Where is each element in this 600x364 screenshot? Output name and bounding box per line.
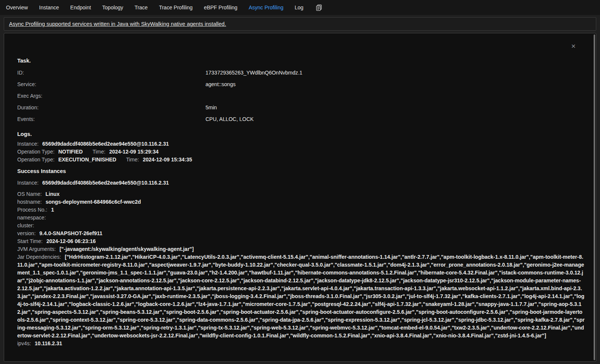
attr-start-time: Start Time:2024-12-06 06:23:16: [17, 237, 585, 245]
attr-label: Start Time:: [17, 238, 43, 244]
tab-trace[interactable]: Trace: [135, 0, 148, 15]
logs-instance-row: Instance:6569d9dadcdf4086b5e6ed2eae94e55…: [17, 140, 585, 148]
attr-hostname: hostname:songs-deployment-684966c6cf-wwc…: [17, 198, 585, 206]
tab-topology[interactable]: Topology: [102, 0, 123, 15]
task-row-duration: Duration: 5min: [17, 104, 585, 112]
attr-value: ["-javaagent:/skywalking/agent/skywalkin…: [60, 246, 194, 252]
attr-cluster: cluster:: [17, 222, 585, 230]
attr-label: ipv4s:: [17, 340, 31, 346]
panel-content: Task. ID: 1733729365263_YWdlbnQ6OnNvbmdz…: [4, 33, 596, 348]
top-nav: Overview Instance Endpoint Topology Trac…: [0, 0, 600, 15]
logs-operation-row: Operation Type:NOTIFIEDTime:2024-12-09 1…: [17, 148, 585, 156]
task-detail-panel: × Task. ID: 1733729365263_YWdlbnQ6OnNvbm…: [4, 33, 596, 362]
attr-namespace: namespace:: [17, 214, 585, 222]
tab-async-profiling[interactable]: Async Profiling: [249, 0, 284, 15]
attr-label: version:: [17, 230, 36, 236]
success-instance-value: 6569d9dadcdf4086b5e6ed2eae94e550@10.116.…: [42, 180, 169, 186]
attr-value: 10.116.2.31: [35, 340, 62, 346]
attr-version: version:9.4.0-SNAPSHOT-26ef911: [17, 230, 585, 237]
attr-label: cluster:: [17, 222, 34, 228]
copy-document-icon[interactable]: [315, 4, 322, 11]
task-row-exec-args: Exec Args:: [17, 92, 585, 100]
success-instance-row: Instance:6569d9dadcdf4086b5e6ed2eae94e55…: [17, 179, 585, 187]
task-exec-args-label: Exec Args:: [17, 92, 206, 100]
attr-label: Jar Dependencies:: [17, 254, 61, 260]
scrollbar[interactable]: [594, 34, 595, 360]
attr-label: namespace:: [17, 215, 46, 221]
operation-time-label: Time:: [126, 157, 139, 163]
logs-operation-row: Operation Type:EXECUTION_FINISHEDTime:20…: [17, 156, 585, 164]
attr-value: 1: [51, 207, 54, 213]
task-duration-label: Duration:: [17, 104, 206, 112]
close-icon[interactable]: ×: [571, 42, 576, 50]
attr-value: Linux: [45, 191, 59, 197]
attr-process-no: Process No.:1: [17, 206, 585, 214]
task-row-service: Service: agent::songs: [17, 81, 585, 88]
tab-endpoint[interactable]: Endpoint: [70, 0, 91, 15]
attr-ipv4s: ipv4s:10.116.2.31: [17, 340, 585, 348]
banner-strip: Async Profiling supported services writt…: [0, 15, 600, 33]
attr-value: songs-deployment-684966c6cf-wwc2d: [45, 199, 141, 205]
attr-label: Process No.:: [17, 207, 47, 213]
task-service-label: Service:: [17, 81, 206, 88]
logs-instance-label: Instance:: [17, 141, 39, 147]
tab-overview[interactable]: Overview: [6, 0, 28, 15]
attr-jvm-arguments: JVM Arguments:["-javaagent:/skywalking/a…: [17, 245, 585, 253]
tab-ebpf-profiling[interactable]: eBPF Profiling: [204, 0, 237, 15]
task-row-id: ID: 1733729365263_YWdlbnQ6OnNvbmdz.1: [17, 69, 585, 77]
attr-value: 2024-12-06 06:23:16: [46, 238, 96, 244]
operation-type-value: EXECUTION_FINISHED: [58, 157, 116, 163]
task-duration-value: 5min: [206, 104, 585, 112]
task-exec-args-value: [206, 92, 585, 100]
attr-label: hostname:: [17, 199, 42, 205]
attr-jar-dependencies: Jar Dependencies:["HdrHistogram-2.1.12.j…: [17, 253, 585, 340]
operation-time-label: Time:: [93, 149, 105, 155]
task-row-events: Events: CPU, ALLOC, LOCK: [17, 115, 585, 123]
supported-services-link[interactable]: Async Profiling supported services writt…: [9, 21, 226, 27]
task-id-value: 1733729365263_YWdlbnQ6OnNvbmdz.1: [206, 69, 585, 77]
logs-heading: Logs.: [17, 130, 585, 138]
task-events-label: Events:: [17, 115, 206, 123]
task-service-value: agent::songs: [206, 81, 585, 88]
attr-value: 9.4.0-SNAPSHOT-26ef911: [39, 230, 102, 236]
operation-type-label: Operation Type:: [17, 157, 54, 163]
operation-time-value: 2024-12-09 15:29:34: [109, 149, 159, 155]
task-id-label: ID:: [17, 69, 206, 77]
attr-label: OS Name:: [17, 191, 42, 197]
logs-instance-value: 6569d9dadcdf4086b5e6ed2eae94e550@10.116.…: [42, 141, 169, 147]
tab-trace-profiling[interactable]: Trace Profiling: [159, 0, 193, 15]
success-instance-label: Instance:: [17, 180, 39, 186]
task-events-value: CPU, ALLOC, LOCK: [206, 115, 585, 123]
tab-log[interactable]: Log: [295, 0, 303, 15]
task-heading: Task.: [17, 57, 585, 65]
operation-time-value: 2024-12-09 15:34:35: [143, 157, 192, 163]
operation-type-value: NOTIFIED: [58, 149, 82, 155]
attr-label: JVM Arguments:: [17, 246, 56, 252]
success-instances-heading: Success Instances: [17, 167, 585, 175]
attr-os-name: OS Name:Linux: [17, 190, 585, 198]
instance-attributes: OS Name:Linux hostname:songs-deployment-…: [17, 190, 585, 348]
attr-value: ["HdrHistogram-2.1.12.jar","HikariCP-4.0…: [17, 254, 585, 339]
tab-instance[interactable]: Instance: [39, 0, 59, 15]
operation-type-label: Operation Type:: [17, 149, 54, 155]
banner: Async Profiling supported services writt…: [4, 17, 596, 31]
